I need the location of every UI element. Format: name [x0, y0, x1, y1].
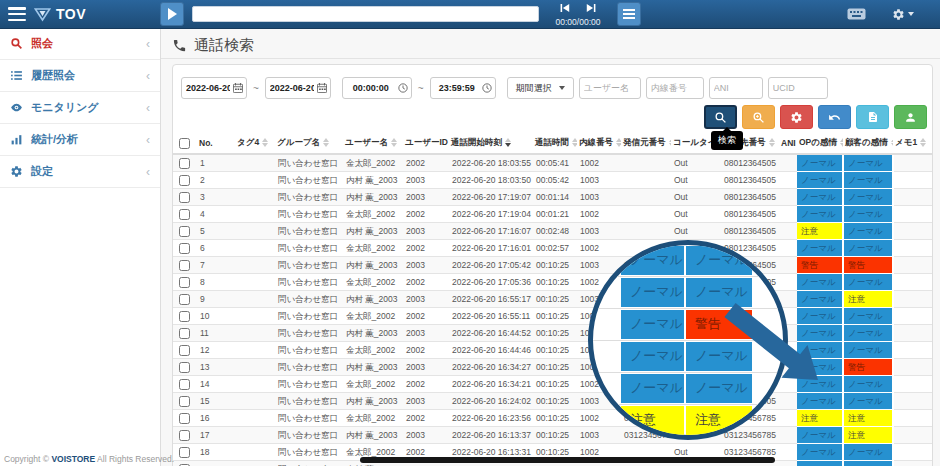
table-row[interactable]: 4問い合わせ窓口金太郎_200220022022-06-20 17:19:040… [173, 206, 932, 223]
row-checkbox[interactable] [179, 260, 190, 271]
eye-icon [10, 101, 23, 114]
sort-icon[interactable] [391, 138, 397, 147]
row-checkbox[interactable] [179, 430, 190, 441]
sort-icon[interactable] [769, 138, 775, 147]
time-to-input[interactable] [430, 77, 496, 99]
row-checkbox[interactable] [179, 311, 190, 322]
row-checkbox[interactable] [179, 379, 190, 390]
column-header-start_time[interactable]: 通話開始時刻 [449, 133, 533, 154]
cell-tag4 [235, 257, 275, 274]
sort-icon[interactable] [616, 138, 621, 147]
sort-icon[interactable] [840, 138, 843, 147]
cell-user: 金太郎_2002 [343, 376, 403, 393]
row-checkbox[interactable] [179, 294, 190, 305]
seek-bar[interactable] [192, 6, 539, 22]
period-select[interactable]: 期間選択 [507, 77, 574, 99]
column-label: 通話開始時刻 [451, 137, 502, 147]
skip-back-icon[interactable] [559, 3, 570, 13]
table-row[interactable]: 6問い合わせ窓口金太郎_200220022022-06-20 17:16:010… [173, 240, 932, 257]
column-header-source_number[interactable]: 発信元番号 [621, 133, 671, 154]
sort-icon[interactable] [891, 138, 893, 147]
cell-user: 内村 薫_2003 [343, 257, 403, 274]
select-all-checkbox[interactable] [179, 138, 190, 149]
playlist-button[interactable] [617, 2, 641, 26]
row-checkbox[interactable] [179, 277, 190, 288]
cell-user: 内村 薫_2003 [343, 291, 403, 308]
ucid-input[interactable] [768, 77, 828, 99]
column-header-op_sentiment[interactable]: OPの感情 [797, 133, 843, 154]
sort-icon[interactable] [920, 138, 926, 147]
row-checkbox[interactable] [179, 447, 190, 458]
row-checkbox[interactable] [179, 243, 190, 254]
table-row[interactable]: 8問い合わせ窓口金太郎_200220022022-06-20 17:05:360… [173, 274, 932, 291]
sort-icon[interactable] [505, 138, 511, 147]
settings-button[interactable] [780, 105, 813, 129]
row-checkbox[interactable] [179, 345, 190, 356]
menu-toggle-icon[interactable] [8, 7, 26, 21]
time-from-input[interactable] [342, 77, 412, 99]
row-select-cell [173, 172, 197, 189]
skip-forward-icon[interactable] [586, 3, 597, 13]
horizontal-scrollbar-thumb[interactable] [360, 457, 775, 463]
ani-input[interactable] [709, 77, 763, 99]
zoom-in-button[interactable] [742, 105, 775, 129]
cell-customer_sentiment: 注意 [843, 427, 893, 444]
export-file-button[interactable] [856, 105, 889, 129]
column-header-user[interactable]: ユーザー名 [343, 133, 403, 154]
cell-dest_number: 08012364505 [721, 189, 779, 206]
user-button[interactable] [894, 105, 927, 129]
row-checkbox[interactable] [179, 175, 190, 186]
row-checkbox[interactable] [179, 362, 190, 373]
table-row[interactable]: 1問い合わせ窓口金太郎_200220022022-06-20 18:03:550… [173, 154, 932, 172]
settings-menu[interactable] [892, 8, 914, 21]
play-button[interactable] [160, 2, 184, 26]
column-label: No. [199, 138, 213, 148]
table-row[interactable]: 16問い合わせ窓口金太郎_200220022022-06-20 16:23:56… [173, 410, 932, 427]
cell-user_id: 2002 [403, 240, 449, 257]
column-header-memo[interactable]: メモ1 [893, 133, 932, 154]
row-checkbox[interactable] [179, 209, 190, 220]
sidebar-item-history[interactable]: 履歴照会 ‹ [0, 60, 160, 92]
keyboard-icon[interactable] [847, 8, 866, 20]
table-row[interactable]: 17問い合わせ窓口内村 薫_200320032022-06-20 16:13:3… [173, 427, 932, 444]
column-header-tag4[interactable]: タグ4 [235, 133, 275, 154]
row-checkbox[interactable] [179, 226, 190, 237]
table-row[interactable]: 5問い合わせ窓口内村 薫_200320032022-06-20 17:16:07… [173, 223, 932, 240]
cell-customer_sentiment: ノーマル [843, 172, 893, 189]
date-to-input[interactable] [265, 77, 331, 99]
user-name-input[interactable] [579, 77, 641, 99]
sidebar-item-statistics[interactable]: 統計/分析 ‹ [0, 124, 160, 156]
column-header-extension[interactable]: 内線番号 [577, 133, 621, 154]
table-row[interactable]: 3問い合わせ窓口内村 薫_200320032022-06-20 17:19:07… [173, 189, 932, 206]
row-select-cell [173, 308, 197, 325]
column-header-user_id[interactable]: ユーザーID [403, 133, 449, 154]
cell-duration: 00:10:25 [533, 359, 577, 376]
sort-icon[interactable] [572, 138, 577, 147]
search-button[interactable] [704, 105, 737, 129]
date-from-input[interactable] [181, 77, 247, 99]
extension-input[interactable] [646, 77, 704, 99]
column-header-group[interactable]: グループ名 [275, 133, 343, 154]
sidebar-item-monitoring[interactable]: モニタリング ‹ [0, 92, 160, 124]
table-row[interactable]: 7問い合わせ窓口内村 薫_200320032022-06-20 17:05:42… [173, 257, 932, 274]
cell-memo [893, 393, 932, 410]
row-checkbox[interactable] [179, 396, 190, 407]
sort-icon[interactable] [669, 138, 672, 147]
sort-icon[interactable] [323, 138, 329, 147]
undo-button[interactable] [818, 105, 851, 129]
row-checkbox[interactable] [179, 413, 190, 424]
cell-dest_number: 08012364505 [721, 154, 779, 172]
sort-icon[interactable] [262, 138, 268, 147]
sidebar-item-inquiry[interactable]: 照会 ‹ [0, 28, 160, 60]
column-header-duration[interactable]: 通話時間 [533, 133, 577, 154]
table-row[interactable]: 2問い合わせ窓口内村 薫_200320032022-06-20 18:03:50… [173, 172, 932, 189]
cell-group: 問い合わせ窓口 [275, 257, 343, 274]
row-checkbox[interactable] [179, 192, 190, 203]
row-checkbox[interactable] [179, 328, 190, 339]
table-row[interactable]: 15問い合わせ窓口内村 薫_200320032022-06-20 16:24:0… [173, 393, 932, 410]
sidebar-item-settings[interactable]: 設定 ‹ [0, 156, 160, 188]
column-header-ani[interactable]: ANI [779, 133, 797, 154]
cell-memo [893, 189, 932, 206]
column-header-customer_sentiment[interactable]: 顧客の感情 [843, 133, 893, 154]
row-checkbox[interactable] [179, 158, 190, 169]
